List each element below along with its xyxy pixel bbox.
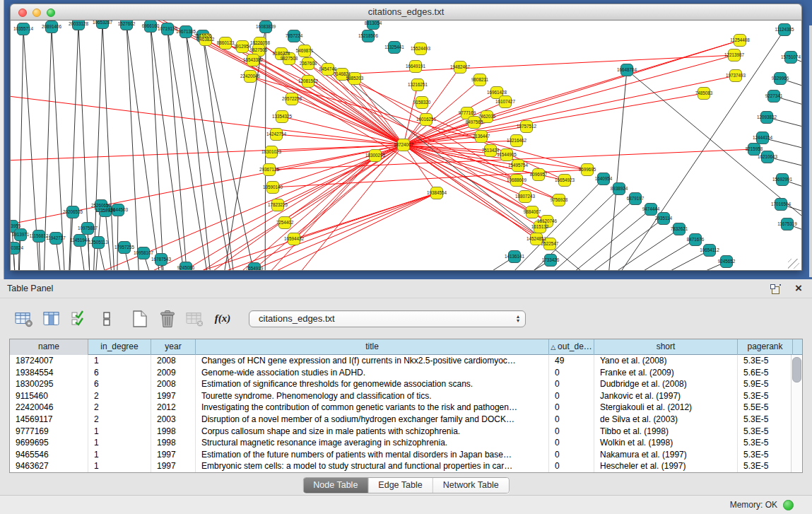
column-header-in_degree[interactable]: in_degree [88, 339, 151, 355]
zoom-button[interactable] [47, 8, 55, 17]
cell-short: Jankovic et al. (1997) [594, 390, 738, 402]
network-canvas-svg[interactable]: 1035571420891406200331281065328715276026… [11, 21, 802, 271]
graph-node-label: 18301023 [261, 149, 282, 154]
table-row[interactable]: 1938455462009Genome-wide association stu… [10, 367, 802, 379]
cell-out_de: 0 [549, 378, 594, 390]
graph-node-label: 16016251 [416, 117, 437, 122]
graph-node-label: 20206535 [63, 209, 83, 214]
cell-short: Yano et al. (2008) [594, 355, 738, 367]
column-header-name[interactable]: name [10, 339, 88, 355]
tab-node-table[interactable]: Node Table [303, 478, 368, 493]
table-row[interactable]: 1872400712008Changes of HCN gene express… [10, 355, 802, 367]
window-title-bar[interactable]: citations_edges.txt [10, 4, 802, 21]
table-selector-value: citations_edges.txt [259, 313, 517, 324]
graph-node-label: 3912954 [234, 44, 252, 49]
float-panel-icon[interactable] [770, 284, 781, 293]
graph-node-label: 2367608 [300, 61, 317, 66]
graph-node-label: 9245652 [718, 259, 736, 264]
graph-node-label: 10355714 [13, 26, 34, 31]
cell-name: 9115460 [10, 390, 88, 402]
resize-grip[interactable] [788, 259, 799, 269]
cell-in_degree: 1 [88, 437, 151, 449]
cell-title: Corpus callosum shape and size in male p… [196, 426, 549, 438]
column-header-year[interactable]: year [151, 339, 196, 355]
cell-in_degree: 1 [88, 449, 151, 461]
graph-node-label: 7462035 [478, 114, 496, 119]
graph-node-label: 1615132 [531, 224, 549, 229]
cell-pagerank: 5.3E-5 [738, 460, 793, 472]
cell-year: 1998 [151, 426, 196, 438]
graph-node-label: 15495754 [508, 163, 529, 168]
graph-node-label: 10590140 [263, 185, 283, 189]
table-selector-dropdown[interactable]: citations_edges.txt ▴▾ [249, 310, 526, 327]
cell-name: 9463627 [10, 460, 88, 472]
delete-column-icon[interactable] [158, 310, 177, 328]
cell-year: 2008 [151, 378, 196, 390]
graph-node-label: 5469871 [296, 48, 314, 53]
memory-status-icon[interactable] [783, 500, 794, 510]
graph-node-label: 16120746 [537, 218, 558, 223]
graph-node-label: 1527602 [118, 21, 136, 26]
table-row[interactable]: 1830029562008Estimation of significance … [10, 378, 802, 390]
graph-node-label: 10719135 [158, 26, 178, 31]
cell-out_de: 0 [549, 460, 594, 472]
column-header-out_de[interactable]: △out_de… [549, 339, 594, 355]
network-canvas[interactable]: 1035571420891406200331281065328715276026… [10, 21, 802, 271]
cell-out_de: 0 [549, 437, 594, 449]
cell-year: 1997 [151, 460, 196, 472]
graph-node-label: 13216251 [408, 82, 428, 87]
column-header-short[interactable]: short [594, 339, 738, 355]
close-panel-icon[interactable]: × [795, 284, 802, 293]
table-row[interactable]: 911546021997Tourette syndrome. Phenomeno… [10, 390, 802, 402]
memory-status-label: Memory: OK [730, 500, 777, 510]
row-height-icon[interactable] [97, 310, 117, 328]
tab-edge-table[interactable]: Edge Table [368, 478, 433, 493]
cell-year: 2008 [151, 355, 196, 367]
table-row[interactable]: 946362711997Embryonic stem cells: a mode… [10, 460, 802, 472]
citation-edge-black [151, 26, 166, 271]
graph-node-label: 9756928 [551, 197, 568, 202]
table-row[interactable]: 2242004622012Investigating the contribut… [10, 402, 802, 414]
cell-title: Tourette syndrome. Phenomenology and cla… [196, 390, 549, 402]
graph-node-label: 1733426 [542, 257, 560, 262]
citation-edge-black [102, 23, 117, 271]
column-header-pagerank[interactable]: pagerank [738, 339, 793, 355]
cell-in_degree: 6 [88, 378, 151, 390]
graph-node-label: 16787543 [151, 257, 172, 262]
show-columns-icon[interactable] [42, 310, 61, 328]
table-panel-header: Table Panel × [0, 279, 812, 298]
graph-node-label: 10958107 [134, 250, 154, 255]
node-table: namein_degreeyeartitle△out_de…shortpager… [9, 339, 803, 473]
graph-node-label: 15218506 [358, 33, 379, 38]
cell-pagerank: 5.3E-5 [738, 390, 793, 402]
graph-node-label: 16654923 [555, 177, 575, 182]
citation-edge-black [117, 210, 118, 271]
tab-network-table[interactable]: Network Table [433, 478, 509, 493]
graph-node-label: 11544905 [497, 152, 517, 157]
graph-node-label: 19737493 [726, 73, 746, 78]
graph-node-label: 1913955 [11, 223, 21, 228]
table-mode-icon[interactable] [14, 310, 34, 328]
graph-node-label: 8186328 [273, 51, 290, 56]
graph-node-label: 10975887 [78, 226, 98, 230]
graph-node-label: 12081502 [298, 78, 319, 83]
graph-node-label: 16543382 [243, 57, 264, 62]
table-row[interactable]: 977716911998Corpus callosum shape and si… [10, 426, 802, 438]
minimize-button[interactable] [33, 8, 41, 17]
table-row[interactable]: 969969511998Structural magnetic resonanc… [10, 437, 802, 449]
table-row[interactable]: 946554611997Estimation of the future num… [10, 449, 802, 461]
close-button[interactable] [18, 8, 27, 17]
table-row[interactable]: 1456911722003Disruption of a novel membe… [10, 414, 802, 426]
vertical-scrollbar[interactable] [791, 355, 802, 472]
graph-node-label: 9474444 [642, 206, 660, 211]
cell-in_degree: 2 [88, 402, 151, 414]
select-columns-icon[interactable] [69, 310, 89, 328]
graph-node-label: 16594432 [284, 236, 305, 241]
cell-short: de Silva et al. (2003) [594, 414, 738, 426]
create-column-icon[interactable] [130, 310, 150, 328]
column-header-title[interactable]: title [196, 339, 549, 355]
scrollbar-thumb[interactable] [792, 357, 801, 382]
cell-in_degree: 2 [88, 390, 151, 402]
function-builder-icon[interactable]: f(x) [213, 310, 233, 328]
citation-edge-red [242, 47, 404, 145]
